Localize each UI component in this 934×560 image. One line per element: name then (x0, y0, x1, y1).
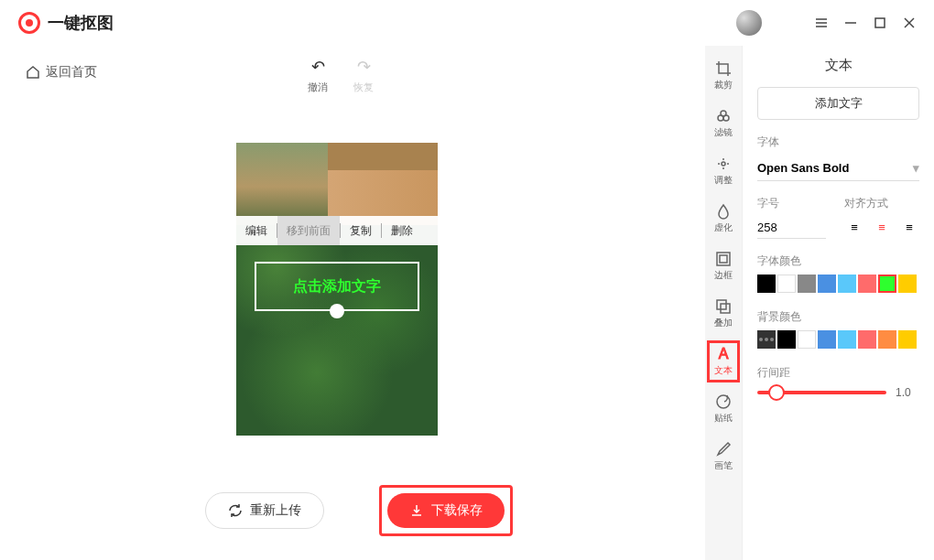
text-box[interactable]: 点击添加文字 (255, 262, 419, 311)
text-box-placeholder: 点击添加文字 (293, 277, 381, 296)
svg-rect-12 (720, 255, 727, 263)
tool-sidebar: 裁剪 滤镜 调整 虚化 边框 叠加 A文本 贴纸 画笔 (705, 46, 742, 560)
svg-rect-14 (721, 304, 730, 313)
line-spacing-label: 行间距 (757, 365, 919, 381)
chevron-down-icon: ▾ (913, 161, 919, 175)
font-color-swatch[interactable] (798, 275, 816, 293)
font-color-swatch[interactable] (757, 275, 776, 293)
font-color-swatch[interactable] (777, 275, 796, 293)
bg-color-swatch[interactable] (858, 330, 876, 349)
close-icon[interactable] (903, 16, 916, 29)
svg-point-10 (722, 162, 725, 166)
redo-label: 恢复 (353, 81, 374, 94)
align-left-button[interactable]: ≡ (844, 217, 864, 237)
add-text-button[interactable]: 添加文字 (757, 87, 919, 120)
ctx-delete[interactable]: 删除 (382, 216, 422, 245)
tool-overlay[interactable]: 叠加 (707, 293, 740, 335)
tool-border[interactable]: 边框 (707, 245, 740, 287)
svg-rect-11 (717, 253, 730, 265)
minimize-icon[interactable] (844, 16, 857, 29)
maximize-icon[interactable] (874, 16, 886, 29)
font-color-swatch[interactable] (878, 275, 896, 293)
user-avatar[interactable] (736, 10, 762, 36)
ctx-copy[interactable]: 复制 (341, 216, 381, 245)
reupload-button[interactable]: 重新上传 (205, 492, 324, 529)
font-color-label: 字体颜色 (757, 253, 919, 269)
download-label: 下载保存 (431, 502, 483, 519)
bg-color-swatch[interactable] (798, 330, 816, 349)
align-right-button[interactable]: ≡ (899, 217, 919, 237)
font-select[interactable]: Open Sans Bold ▾ (757, 156, 919, 181)
svg-point-8 (718, 115, 723, 121)
size-label: 字号 (757, 196, 826, 211)
align-center-button[interactable]: ≡ (872, 217, 892, 237)
undo-button[interactable]: ↶ 撤消 (308, 57, 328, 94)
svg-text:A: A (719, 346, 729, 361)
svg-point-9 (723, 115, 729, 121)
tool-brush[interactable]: 画笔 (707, 436, 740, 478)
menu-icon[interactable] (815, 16, 828, 29)
back-home-label: 返回首页 (46, 64, 97, 81)
app-logo: 一键抠图 (18, 12, 114, 34)
line-spacing-slider[interactable] (757, 391, 886, 394)
font-color-swatch[interactable] (838, 275, 856, 293)
bg-color-row (757, 330, 919, 349)
bg-color-label: 背景颜色 (757, 309, 919, 325)
line-spacing-value: 1.0 (896, 386, 919, 399)
context-menu: 编辑 移到前面 复制 删除 (236, 216, 438, 245)
font-color-swatch[interactable] (898, 275, 917, 293)
bg-color-swatch[interactable] (898, 330, 917, 349)
app-title: 一键抠图 (48, 12, 114, 34)
align-label: 对齐方式 (844, 196, 919, 211)
ctx-edit[interactable]: 编辑 (236, 216, 277, 245)
svg-rect-4 (875, 18, 885, 27)
ctx-bring-front[interactable]: 移到前面 (277, 216, 340, 245)
tool-adjust[interactable]: 调整 (707, 150, 740, 192)
canvas[interactable]: 编辑 移到前面 复制 删除 点击添加文字 (236, 143, 438, 436)
rotate-handle[interactable] (330, 304, 344, 318)
download-icon (409, 503, 424, 518)
bg-color-swatch[interactable] (838, 330, 856, 349)
home-icon (26, 65, 40, 80)
undo-icon: ↶ (311, 57, 325, 77)
bg-color-swatch[interactable] (757, 330, 776, 349)
size-input[interactable] (757, 217, 826, 239)
font-value: Open Sans Bold (757, 161, 849, 175)
font-color-row (757, 275, 919, 293)
reupload-label: 重新上传 (250, 502, 301, 519)
undo-label: 撤消 (308, 81, 328, 94)
panel-title: 文本 (757, 57, 919, 74)
tool-sticker[interactable]: 贴纸 (707, 388, 740, 430)
refresh-icon (228, 503, 243, 518)
font-color-swatch[interactable] (818, 275, 836, 293)
tool-crop[interactable]: 裁剪 (707, 55, 740, 97)
bg-color-swatch[interactable] (878, 330, 896, 349)
back-home-button[interactable]: 返回首页 (26, 64, 97, 81)
redo-button: ↷ 恢复 (353, 57, 374, 94)
redo-icon: ↷ (357, 57, 371, 77)
tool-text[interactable]: A文本 (707, 340, 740, 382)
tool-blur[interactable]: 虚化 (707, 198, 740, 240)
bg-color-swatch[interactable] (777, 330, 796, 349)
text-panel: 文本 添加文字 字体 Open Sans Bold ▾ 字号 对齐方式 ≡ ≡ … (742, 46, 934, 560)
bg-color-swatch[interactable] (818, 330, 836, 349)
download-button-highlight: 下载保存 (379, 485, 513, 536)
font-label: 字体 (757, 135, 919, 150)
download-button[interactable]: 下载保存 (387, 493, 505, 528)
tool-filter[interactable]: 滤镜 (707, 102, 740, 145)
svg-rect-13 (717, 300, 726, 309)
font-color-swatch[interactable] (858, 275, 876, 293)
